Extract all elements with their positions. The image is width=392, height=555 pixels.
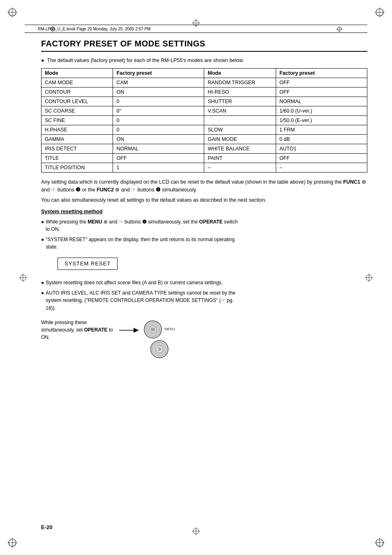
bullet-text-4: AUTO IRIS LEVEL, ALC IRIS SET and CAMERA… xyxy=(46,289,240,312)
table-cell-1: 0 xyxy=(113,116,204,125)
table-row: H.PHASE0SLOW1 FRM xyxy=(42,125,367,135)
table-row: CONTOUR LEVEL0SHUTTERNORMAL xyxy=(42,97,367,106)
diagram-line2: simultaneously, set xyxy=(41,327,83,333)
th-fp2: Factory preset xyxy=(276,69,367,78)
intro-text: ● The default values (factory preset) fo… xyxy=(41,58,367,63)
reg-mark-tr xyxy=(375,7,385,17)
bottom-center-crosshair xyxy=(192,527,200,535)
table-cell-0: SC FINE xyxy=(42,116,113,125)
table-cell-3: OFF xyxy=(276,88,367,97)
menu-label: MENU xyxy=(164,327,175,332)
preset-table: Mode Factory preset Mode Factory preset … xyxy=(41,68,367,173)
table-cell-0: CAM MODE xyxy=(42,78,113,88)
table-row: CAM MODECAMRANDOM TRIGGEROFF xyxy=(42,78,367,88)
table-cell-1: NORMAL xyxy=(113,144,204,154)
reg-mark-bl xyxy=(7,538,17,548)
table-cell-2: – xyxy=(204,163,276,173)
top-center-crosshair xyxy=(192,19,200,27)
intro-content: The default values (factory preset) for … xyxy=(47,58,244,63)
table-row: GAMMAONGAIN MODE0 dB xyxy=(42,135,367,144)
table-cell-3: AUTO1 xyxy=(276,144,367,154)
bullet-symbol: ● xyxy=(41,58,44,63)
bullet-text-3: System resetting does not affect scene f… xyxy=(46,279,223,287)
table-cell-3: OFF xyxy=(276,154,367,163)
bullet-sym-2: ● xyxy=(41,236,44,251)
right-mid-crosshair xyxy=(365,274,373,282)
table-cell-0: TITLE POSITION xyxy=(42,163,113,173)
th-mode1: Mode xyxy=(42,69,113,78)
table-cell-0: CONTOUR LEVEL xyxy=(42,97,113,106)
table-cell-3: 1 FRM xyxy=(276,125,367,135)
table-cell-0: GAMMA xyxy=(42,135,113,144)
table-cell-3: – xyxy=(276,163,367,173)
table-cell-0: TITLE xyxy=(42,154,113,163)
body-text-1: Any setting data which is currently disp… xyxy=(41,178,367,194)
table-row: SC COARSE0°V.SCAN1/60.0 (U-ver.) xyxy=(42,106,367,116)
bullet-item-2: ● "SYSTEM RESET" appears on the display,… xyxy=(41,236,240,251)
button-diagram: MENU xyxy=(144,320,175,358)
func-button-icon xyxy=(150,340,168,358)
table-cell-1: CAM xyxy=(113,78,204,88)
table-cell-3: NORMAL xyxy=(276,97,367,106)
bullet-text-2: "SYSTEM RESET" appears on the display, t… xyxy=(46,236,240,251)
table-cell-2: SHUTTER xyxy=(204,97,276,106)
diagram-bold: OPERATE xyxy=(84,327,108,333)
table-cell-1: 0° xyxy=(113,106,204,116)
table-cell-1: 0 xyxy=(113,97,204,106)
table-cell-0: IRIS DETECT xyxy=(42,144,113,154)
left-column: System resetting method ● While pressing… xyxy=(41,208,240,358)
table-cell-0: SC COARSE xyxy=(42,106,113,116)
left-mid-crosshair xyxy=(19,274,27,282)
svg-marker-19 xyxy=(134,328,139,333)
menu-button-icon xyxy=(144,320,162,339)
table-row: TITLE POSITION1–– xyxy=(42,163,367,173)
arrow-diagram xyxy=(119,322,140,339)
table-row: TITLEOFFPAINTOFF xyxy=(42,154,367,163)
page-number: E-20 xyxy=(41,524,52,530)
th-mode2: Mode xyxy=(204,69,276,78)
section-heading: System resetting method xyxy=(41,208,240,216)
th-fp1: Factory preset xyxy=(113,69,204,78)
main-content: FACTORY PRESET OF MODE SETTINGS ● The de… xyxy=(41,39,367,514)
table-cell-0: CONTOUR xyxy=(42,88,113,97)
system-reset-container: SYSTEM RESET xyxy=(49,253,240,274)
system-reset-box: SYSTEM RESET xyxy=(58,258,118,270)
table-cell-3: 1/50.0 (E-ver.) xyxy=(276,116,367,125)
bullet-item-3: ● System resetting does not affect scene… xyxy=(41,279,240,287)
table-cell-0: H.PHASE xyxy=(42,125,113,135)
table-cell-2: SLOW xyxy=(204,125,276,135)
table-cell-2 xyxy=(204,116,276,125)
right-column xyxy=(252,208,367,358)
table-cell-1: 0 xyxy=(113,125,204,135)
table-cell-1: ON xyxy=(113,135,204,144)
table-cell-2: HI-RESO xyxy=(204,88,276,97)
table-cell-2: PAINT xyxy=(204,154,276,163)
reg-mark-br xyxy=(375,538,385,548)
table-cell-3: 0 dB xyxy=(276,135,367,144)
bullet-sym-1: ● xyxy=(41,218,44,233)
bullet-item-4: ● AUTO IRIS LEVEL, ALC IRIS SET and CAME… xyxy=(41,289,240,312)
bullet-sym-4: ● xyxy=(41,289,44,312)
reg-mark-tl xyxy=(7,7,17,17)
table-cell-3: 1/60.0 (U-ver.) xyxy=(276,106,367,116)
page-title: FACTORY PRESET OF MODE SETTINGS xyxy=(41,39,367,52)
table-cell-1: 1 xyxy=(113,163,204,173)
table-cell-2: RANDOM TRIGGER xyxy=(204,78,276,88)
svg-point-24 xyxy=(156,345,163,353)
table-cell-2: GAIN MODE xyxy=(204,135,276,144)
body-text-2: You can also simultaneously reset all se… xyxy=(41,196,367,204)
table-cell-3: OFF xyxy=(276,78,367,88)
page: RM-LP55_U_E.book Page 20 Monday, July 25… xyxy=(0,0,392,555)
table-cell-1: OFF xyxy=(113,154,204,163)
table-row: CONTOURONHI-RESOOFF xyxy=(42,88,367,97)
diagram-text: While pressing these simultaneously, set… xyxy=(41,319,115,341)
lower-section: System resetting method ● While pressing… xyxy=(41,208,367,358)
bullet-sym-3: ● xyxy=(41,279,44,287)
bullet-item-1: ● While pressing the MENU ⊛ and ☞ button… xyxy=(41,218,240,233)
table-cell-2: WHITE BALANCE xyxy=(204,144,276,154)
bullet-text-1: While pressing the MENU ⊛ and ☞ buttons … xyxy=(46,218,240,233)
diagram-line1: While pressing these xyxy=(41,320,87,325)
table-cell-1: ON xyxy=(113,88,204,97)
diagram-area: While pressing these simultaneously, set… xyxy=(41,319,240,358)
table-cell-2: V.SCAN xyxy=(204,106,276,116)
